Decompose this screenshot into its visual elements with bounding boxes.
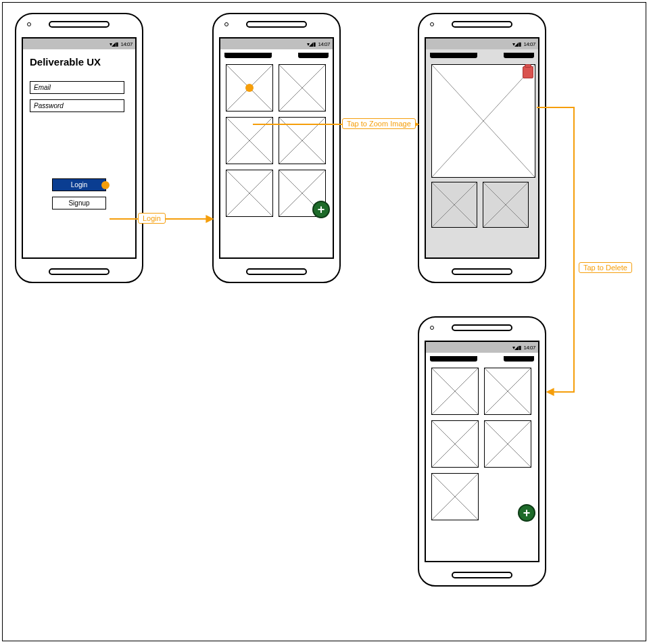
screen: ▾◢▮ 14:07 Deliverable UX Email Password … — [22, 37, 137, 259]
phone-detail: ▾◢▮ 14:07 — [418, 13, 546, 283]
email-field[interactable]: Email — [30, 81, 124, 94]
phone-gallery-after-delete: ▾◢▮ 14:07 + — [418, 316, 546, 587]
flow-label-login: Login — [138, 213, 166, 224]
camera-dot — [430, 22, 434, 26]
flow-anchor-icon — [245, 84, 254, 92]
flow-label-delete: Tap to Delete — [579, 262, 632, 273]
password-field[interactable]: Password — [30, 99, 124, 112]
camera-dot — [430, 326, 434, 330]
placeholder-text-icon — [224, 53, 272, 58]
gallery-thumb[interactable] — [431, 368, 479, 415]
speaker-icon — [49, 21, 110, 28]
speaker-icon — [452, 572, 512, 578]
status-icons: ▾◢▮ — [512, 345, 521, 351]
status-time: 14:07 — [523, 41, 535, 47]
placeholder-text-icon — [298, 53, 329, 58]
gallery-thumb[interactable] — [226, 64, 273, 112]
flow-anchor-icon — [101, 181, 110, 189]
login-button[interactable]: Login — [52, 178, 106, 191]
status-bar: ▾◢▮ 14:07 — [426, 39, 538, 49]
plus-icon: + — [318, 203, 325, 216]
gallery-thumb[interactable] — [484, 368, 531, 415]
signup-button[interactable]: Signup — [52, 197, 106, 209]
status-icons: ▾◢▮ — [307, 41, 316, 47]
plus-icon: + — [523, 507, 531, 519]
gallery-thumb[interactable] — [483, 182, 529, 228]
phone-gallery: ▾◢▮ 14:07 + — [212, 13, 341, 283]
status-time: 14:07 — [318, 41, 330, 47]
zoomed-image[interactable] — [431, 64, 535, 178]
gallery-header — [426, 49, 538, 61]
speaker-icon — [452, 21, 512, 28]
screen: ▾◢▮ 14:07 + — [219, 37, 334, 259]
gallery-header — [426, 353, 538, 365]
speaker-icon — [49, 268, 110, 275]
trash-icon[interactable] — [523, 66, 533, 78]
status-bar: ▾◢▮ 14:07 — [426, 342, 538, 353]
gallery-thumb[interactable] — [226, 117, 273, 164]
add-button[interactable]: + — [518, 504, 535, 522]
gallery-header — [220, 49, 333, 61]
gallery-thumb[interactable] — [431, 473, 479, 520]
status-bar: ▾◢▮ 14:07 — [23, 39, 135, 49]
add-button[interactable]: + — [312, 201, 330, 218]
status-time: 14:07 — [523, 345, 535, 351]
camera-dot — [27, 22, 31, 26]
status-icons: ▾◢▮ — [512, 41, 521, 47]
placeholder-text-icon — [430, 53, 477, 58]
status-time: 14:07 — [120, 41, 133, 47]
speaker-icon — [452, 324, 512, 331]
login-button-label: Login — [71, 181, 87, 189]
placeholder-text-icon — [430, 356, 477, 362]
diagram-canvas: ▾◢▮ 14:07 Deliverable UX Email Password … — [2, 2, 646, 641]
gallery-thumb[interactable] — [431, 182, 477, 228]
app-title: Deliverable UX — [30, 56, 128, 68]
placeholder-text-icon — [504, 53, 534, 58]
speaker-icon — [246, 268, 307, 275]
status-bar: ▾◢▮ 14:07 — [220, 39, 333, 49]
camera-dot — [224, 22, 229, 26]
screen: ▾◢▮ 14:07 + — [425, 341, 539, 562]
gallery-thumb[interactable] — [484, 420, 531, 468]
phone-login: ▾◢▮ 14:07 Deliverable UX Email Password … — [15, 13, 143, 283]
gallery-thumb[interactable] — [226, 170, 273, 217]
status-icons: ▾◢▮ — [110, 41, 118, 47]
speaker-icon — [452, 268, 512, 275]
speaker-icon — [246, 21, 307, 28]
gallery-thumb[interactable] — [431, 420, 479, 468]
gallery-thumb[interactable] — [279, 117, 326, 164]
flow-label-zoom: Tap to Zoom Image — [342, 118, 416, 129]
gallery-thumb[interactable] — [279, 64, 326, 112]
placeholder-text-icon — [504, 356, 534, 362]
screen: ▾◢▮ 14:07 — [425, 37, 539, 259]
